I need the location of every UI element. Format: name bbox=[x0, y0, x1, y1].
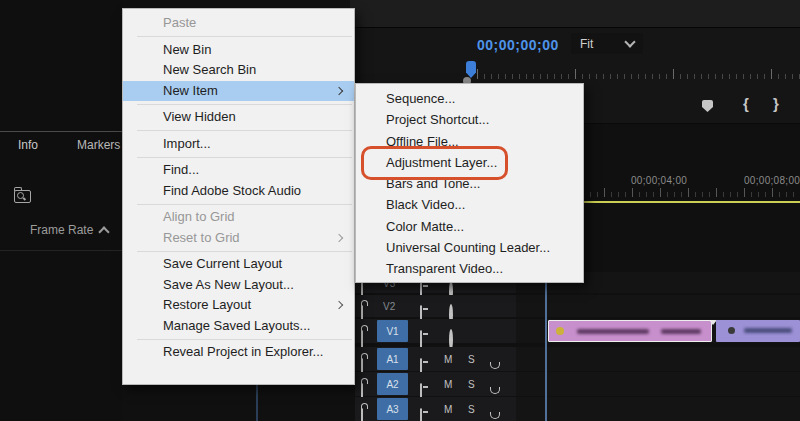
track-header-a3: A3 M S bbox=[355, 397, 516, 421]
menu-separator bbox=[137, 130, 352, 131]
timeline-ruler[interactable] bbox=[548, 187, 800, 197]
track-target-chip[interactable]: V1 bbox=[377, 320, 408, 342]
solo-button[interactable]: S bbox=[468, 354, 475, 365]
menu-item-new-item[interactable]: New Item bbox=[123, 81, 354, 102]
track-target-chip[interactable]: A2 bbox=[377, 373, 408, 395]
track-target-chip[interactable]: A3 bbox=[377, 398, 408, 420]
chevron-down-icon bbox=[624, 36, 635, 47]
menu-item-find-adobe-stock-audio[interactable]: Find Adobe Stock Audio bbox=[123, 181, 354, 202]
track-lane-a2[interactable] bbox=[516, 372, 800, 396]
submenu-item-transparent-video[interactable]: Transparent Video... bbox=[356, 258, 583, 279]
track-label[interactable]: V2 bbox=[383, 301, 395, 312]
submenu-arrow-icon bbox=[335, 234, 343, 242]
mute-button[interactable]: M bbox=[444, 354, 452, 365]
menu-item-reveal-project-in-explorer[interactable]: Reveal Project in Explorer... bbox=[123, 342, 354, 363]
frame-rate-label: Frame Rate bbox=[30, 223, 93, 237]
menu-separator bbox=[137, 36, 352, 37]
menu-separator bbox=[137, 204, 352, 205]
submenu-item-sequence[interactable]: Sequence... bbox=[356, 88, 583, 109]
zoom-level-dropdown[interactable]: Fit bbox=[571, 33, 643, 54]
zoom-level-value: Fit bbox=[580, 37, 593, 51]
lock-icon[interactable] bbox=[361, 408, 363, 421]
submenu-arrow-icon bbox=[335, 301, 343, 309]
menu-item-label: New Item bbox=[163, 83, 218, 98]
new-item-submenu: Sequence... Project Shortcut... Offline … bbox=[355, 83, 584, 283]
track-header-a2: A2 M S bbox=[355, 372, 516, 396]
track-header-a1: A1 M S bbox=[355, 347, 516, 371]
panel-divider bbox=[0, 131, 127, 132]
track-target-chip[interactable]: A1 bbox=[377, 348, 408, 370]
menu-item-import[interactable]: Import... bbox=[123, 134, 354, 155]
track-lane-a3[interactable] bbox=[516, 397, 800, 421]
menu-item-align-to-grid[interactable]: Align to Grid bbox=[123, 207, 354, 228]
ruler-time-label: 00;00;04;00 bbox=[631, 175, 687, 186]
clip-name-blurred bbox=[661, 329, 701, 334]
menu-separator bbox=[137, 339, 352, 340]
menu-item-paste[interactable]: Paste bbox=[123, 13, 354, 34]
track-header-v2: V2 bbox=[355, 295, 516, 317]
tab-info[interactable]: Info bbox=[18, 138, 38, 152]
menu-item-manage-saved-layouts[interactable]: Manage Saved Layouts... bbox=[123, 316, 354, 337]
track-lane-v2[interactable] bbox=[516, 295, 800, 317]
playhead-timecode[interactable]: 00;00;00;00 bbox=[477, 37, 559, 53]
menu-item-save-current-layout[interactable]: Save Current Layout bbox=[123, 254, 354, 275]
bin-search-icon[interactable] bbox=[14, 190, 31, 203]
mark-out-icon[interactable]: } bbox=[773, 96, 779, 112]
menu-item-label: Restore Layout bbox=[163, 297, 251, 312]
app-window: Info Markers Frame Rate 00;00;00;00 Fit … bbox=[0, 0, 800, 421]
chevron-up-icon bbox=[99, 226, 110, 237]
track-lane-a1[interactable] bbox=[516, 347, 800, 371]
menu-item-label: Reset to Grid bbox=[163, 230, 240, 245]
panel-divider bbox=[0, 250, 122, 251]
tab-markers[interactable]: Markers bbox=[77, 138, 120, 152]
context-menu: Paste New Bin New Search Bin New Item Vi… bbox=[122, 8, 355, 385]
mute-button[interactable]: M bbox=[444, 379, 452, 390]
menu-item-find[interactable]: Find... bbox=[123, 160, 354, 181]
menu-separator bbox=[137, 104, 352, 105]
fx-badge-icon bbox=[556, 327, 564, 335]
solo-button[interactable]: S bbox=[468, 404, 475, 415]
clip-name-blurred bbox=[577, 329, 649, 334]
fx-badge-icon bbox=[728, 327, 735, 334]
monitor-ruler[interactable] bbox=[477, 68, 800, 79]
column-header-frame-rate[interactable]: Frame Rate bbox=[30, 223, 108, 237]
menu-item-save-as-new-layout[interactable]: Save As New Layout... bbox=[123, 275, 354, 296]
panel-top-band bbox=[350, 0, 800, 28]
menu-item-reset-to-grid[interactable]: Reset to Grid bbox=[123, 228, 354, 249]
submenu-item-color-matte[interactable]: Color Matte... bbox=[356, 216, 583, 237]
solo-button[interactable]: S bbox=[468, 379, 475, 390]
mark-in-icon[interactable]: { bbox=[743, 96, 749, 112]
ruler-time-label: 00;00;08;00 bbox=[744, 175, 800, 186]
clip-name-blurred bbox=[744, 328, 792, 333]
mute-button[interactable]: M bbox=[444, 404, 452, 415]
clip-selected[interactable] bbox=[548, 320, 712, 342]
submenu-item-universal-counting-leader[interactable]: Universal Counting Leader... bbox=[356, 237, 583, 258]
menu-item-new-bin[interactable]: New Bin bbox=[123, 40, 354, 61]
menu-item-view-hidden[interactable]: View Hidden bbox=[123, 107, 354, 128]
left-panel: Info Markers Frame Rate bbox=[0, 0, 122, 421]
annotation-highlight-circle bbox=[361, 146, 508, 180]
submenu-item-black-video[interactable]: Black Video... bbox=[356, 194, 583, 215]
menu-separator bbox=[137, 157, 352, 158]
menu-separator bbox=[137, 251, 352, 252]
magnifier-icon bbox=[17, 192, 24, 199]
menu-item-restore-layout[interactable]: Restore Layout bbox=[123, 295, 354, 316]
clip[interactable] bbox=[716, 320, 800, 342]
submenu-item-project-shortcut[interactable]: Project Shortcut... bbox=[356, 109, 583, 130]
track-header-v1: V1 bbox=[355, 319, 516, 343]
menu-item-new-search-bin[interactable]: New Search Bin bbox=[123, 60, 354, 81]
submenu-arrow-icon bbox=[335, 87, 343, 95]
sync-lock-icon[interactable] bbox=[420, 408, 422, 421]
